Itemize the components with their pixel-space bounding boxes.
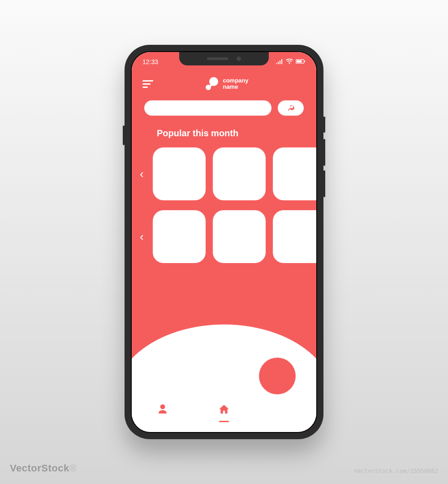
carousel-area: ‹ ‹ <box>132 147 316 263</box>
notch <box>179 52 269 65</box>
carousel-row: ‹ <box>137 147 316 200</box>
svg-rect-2 <box>304 60 305 62</box>
content-card[interactable] <box>153 210 206 263</box>
phone-side-button <box>123 125 125 145</box>
phone-side-button <box>323 170 325 197</box>
bottom-nav <box>132 383 316 432</box>
content-card[interactable] <box>213 210 266 263</box>
nav-favorites[interactable] <box>279 397 292 411</box>
section-title: Popular this month <box>132 126 316 147</box>
content-card[interactable] <box>213 147 266 200</box>
nav-home[interactable] <box>217 403 231 417</box>
search-row <box>132 100 316 126</box>
content-card[interactable] <box>273 147 316 200</box>
star-icon <box>280 397 291 411</box>
screen: 12:33 <box>131 51 317 433</box>
user-icon <box>157 403 168 417</box>
watermark-brand: VectorStock® <box>10 462 77 474</box>
wifi-icon <box>286 58 293 65</box>
carousel-row: ‹ <box>137 210 316 263</box>
chevron-left-icon[interactable]: ‹ <box>137 167 146 181</box>
search-icon <box>287 104 295 113</box>
search-button[interactable] <box>278 100 304 116</box>
logo-icon <box>204 76 219 91</box>
signal-icon <box>276 58 283 65</box>
svg-rect-1 <box>297 60 302 62</box>
watermark-id: VectorStock.com/25958662 <box>354 467 438 474</box>
brand-name: company name <box>223 78 248 91</box>
status-time: 12:33 <box>142 58 158 65</box>
brand[interactable]: company name <box>204 76 248 91</box>
nav-profile[interactable] <box>156 403 169 417</box>
search-input[interactable] <box>144 100 271 116</box>
home-icon <box>218 403 230 417</box>
content-card[interactable] <box>273 210 316 263</box>
chevron-left-icon[interactable]: ‹ <box>137 230 146 244</box>
menu-icon[interactable] <box>142 80 154 88</box>
phone-side-button <box>323 117 325 133</box>
phone-frame: 12:33 <box>125 45 323 439</box>
app-header: company name <box>132 72 316 100</box>
phone-side-button <box>323 139 325 166</box>
battery-icon <box>296 58 306 65</box>
content-card[interactable] <box>153 147 206 200</box>
